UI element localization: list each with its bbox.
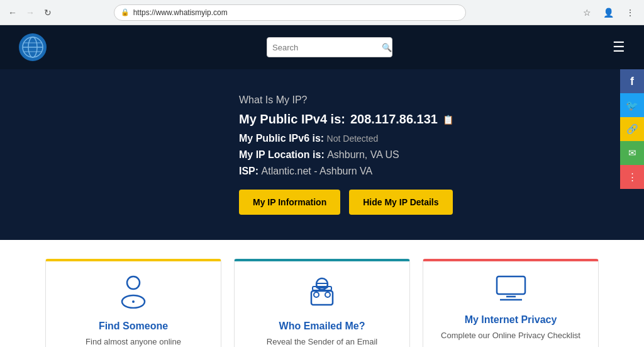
- profile-button[interactable]: 👤: [601, 5, 616, 20]
- twitter-icon: 🐦: [626, 100, 638, 111]
- copy-icon[interactable]: 📋: [443, 115, 453, 125]
- ipv4-value: 208.117.86.131: [350, 112, 438, 127]
- hero-ipv4-row: My Public IPv4 is: 208.117.86.131 📋: [239, 112, 644, 127]
- svg-point-11: [325, 292, 330, 297]
- twitter-button[interactable]: 🐦: [620, 93, 644, 117]
- card-3-desc: Complete our Online Privacy Checklist: [441, 331, 580, 340]
- address-bar: 🔒: [114, 4, 466, 21]
- webpage: 🔍 ☰ What Is My IP? My Public IPv4 is: 20…: [0, 25, 644, 347]
- header-search-box: 🔍: [267, 37, 392, 57]
- logo-icon: [22, 37, 43, 58]
- facebook-button[interactable]: f: [620, 69, 644, 93]
- svg-point-10: [314, 292, 319, 297]
- social-sidebar: f 🐦 🔗 ✉ ⋮: [620, 69, 644, 189]
- card-find-someone[interactable]: Find Someone Find almost anyone online: [45, 259, 221, 347]
- menu-button[interactable]: ⋮: [623, 5, 638, 20]
- hero-location-row: My IP Location is: Ashburn, VA US: [239, 149, 644, 161]
- who-emailed-icon: [305, 274, 340, 314]
- share-button[interactable]: ⋮: [620, 165, 644, 189]
- browser-right-icons: ☆ 👤 ⋮: [580, 5, 638, 20]
- link-icon: 🔗: [626, 123, 638, 135]
- email-button[interactable]: ✉: [620, 141, 644, 165]
- card-who-emailed[interactable]: Who Emailed Me? Reveal the Sender of an …: [234, 259, 410, 347]
- browser-chrome: ← → ↻ 🔒 ☆ 👤 ⋮: [0, 0, 644, 25]
- card-internet-privacy[interactable]: My Internet Privacy Complete our Online …: [423, 259, 599, 347]
- internet-privacy-icon: [494, 274, 528, 308]
- facebook-icon: f: [630, 75, 634, 88]
- hero-buttons: My IP Information Hide My IP Details: [239, 190, 644, 215]
- forward-button[interactable]: →: [24, 6, 36, 19]
- hero-section: What Is My IP? My Public IPv4 is: 208.11…: [0, 69, 644, 240]
- my-ip-info-button[interactable]: My IP Information: [239, 190, 340, 215]
- search-input[interactable]: [272, 43, 378, 52]
- svg-rect-14: [497, 276, 525, 294]
- card-3-title: My Internet Privacy: [465, 314, 557, 326]
- find-someone-icon: [118, 274, 149, 314]
- lock-icon: 🔒: [121, 8, 130, 16]
- ipv6-label: My Public IPv6 is:: [239, 133, 324, 144]
- hero-ipv6-row: My Public IPv6 is: Not Detected: [239, 133, 644, 144]
- link-button[interactable]: 🔗: [620, 117, 644, 141]
- site-header: 🔍 ☰: [0, 25, 644, 69]
- svg-point-5: [127, 276, 140, 289]
- hero-isp-row: ISP: Atlantic.net - Ashburn VA: [239, 166, 644, 177]
- reload-button[interactable]: ↻: [42, 6, 54, 19]
- ipv4-label: My Public IPv4 is:: [239, 112, 345, 127]
- isp-label: ISP:: [239, 166, 258, 176]
- hamburger-button[interactable]: ☰: [613, 39, 625, 55]
- cards-section: Find Someone Find almost anyone online: [0, 240, 644, 347]
- svg-point-7: [132, 300, 135, 303]
- site-logo[interactable]: [19, 33, 47, 61]
- hide-ip-button[interactable]: Hide My IP Details: [349, 190, 452, 215]
- location-value: Ashburn, VA US: [327, 149, 399, 160]
- share-icon: ⋮: [628, 171, 637, 183]
- bookmark-button[interactable]: ☆: [580, 5, 595, 20]
- url-input[interactable]: [133, 8, 459, 17]
- ipv6-value: Not Detected: [327, 134, 379, 144]
- card-2-title: Who Emailed Me?: [279, 321, 365, 332]
- hero-what-label: What Is My IP?: [239, 94, 644, 106]
- back-button[interactable]: ←: [6, 6, 19, 19]
- search-icon: 🔍: [382, 43, 392, 52]
- isp-value: Atlantic.net - Ashburn VA: [262, 166, 373, 176]
- card-2-desc: Reveal the Sender of an Email: [267, 337, 377, 346]
- card-1-title: Find Someone: [99, 321, 168, 332]
- card-1-desc: Find almost anyone online: [86, 337, 181, 346]
- email-icon: ✉: [628, 147, 636, 159]
- header-search-wrap: 🔍: [47, 37, 613, 57]
- location-label: My IP Location is:: [239, 149, 325, 160]
